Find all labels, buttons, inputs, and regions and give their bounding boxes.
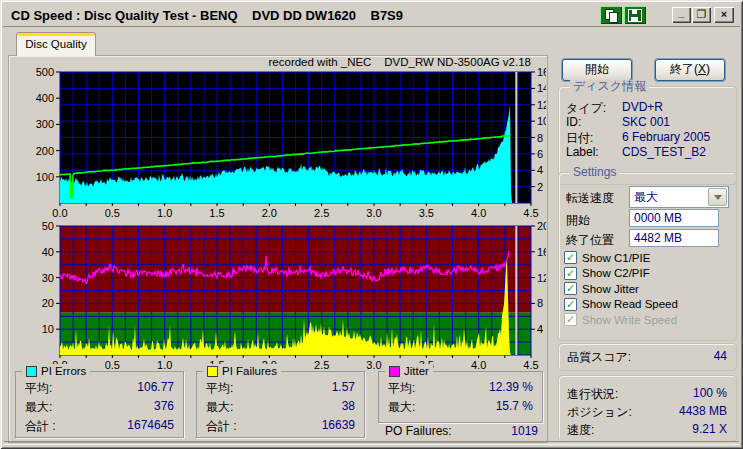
stop-mnemonic: X xyxy=(698,62,706,76)
end-position-input[interactable]: 4482 MB xyxy=(629,229,719,247)
transfer-speed-label: 転送速度 xyxy=(566,190,614,207)
stop-label-end: ) xyxy=(706,62,710,76)
po-failures-row: PO Failures: 1019 xyxy=(378,424,541,439)
pi-failures-jitter-chart: 1020304050481216200.00.51.01.52.02.53.03… xyxy=(24,218,546,370)
pi-errors-chart: 1002003004005002468101214160.00.51.01.52… xyxy=(24,58,546,220)
save-icon[interactable] xyxy=(624,6,646,24)
jitter-swatch xyxy=(389,366,400,377)
floppy-icon xyxy=(628,9,642,22)
progress-value: 100 % xyxy=(693,386,727,400)
settings-caption: Settings xyxy=(570,166,619,179)
avg-label: 平均: xyxy=(25,380,52,397)
svg-text:10: 10 xyxy=(42,323,54,335)
checkbox-show-write-speed: ✓Show Write Speed xyxy=(564,312,734,328)
svg-text:12: 12 xyxy=(537,99,546,111)
pi-failures-legend-box: PI Failures 平均:1.57 最大:38 合計 :16639 xyxy=(196,371,365,438)
transfer-speed-select[interactable]: 最大 xyxy=(629,186,729,208)
max-label: 最大: xyxy=(25,399,52,416)
avg-label: 平均: xyxy=(206,380,233,397)
checkbox-show-c2-pif[interactable]: ✓Show C2/PIF xyxy=(564,266,734,282)
total-label: 合計 : xyxy=(206,418,237,435)
checkbox-show-read-speed[interactable]: ✓Show Read Speed xyxy=(564,297,734,313)
svg-text:4: 4 xyxy=(537,323,543,335)
total-value: 16639 xyxy=(322,418,355,432)
svg-text:14: 14 xyxy=(537,82,546,94)
max-value: 38 xyxy=(342,399,355,413)
checkbox-icon[interactable]: ✓ xyxy=(564,267,577,280)
maximize-icon: ❐ xyxy=(692,7,711,21)
divider xyxy=(4,441,739,445)
svg-text:10: 10 xyxy=(537,115,546,127)
position-value: 4438 MB xyxy=(679,404,727,418)
jitter-title: Jitter xyxy=(404,365,429,377)
svg-text:400: 400 xyxy=(36,92,54,104)
checkbox-icon[interactable]: ✓ xyxy=(564,251,577,264)
svg-text:0.5: 0.5 xyxy=(105,359,120,370)
svg-text:8: 8 xyxy=(537,297,543,309)
position-label: ポジション: xyxy=(567,404,632,421)
jitter-legend-box: Jitter 平均:12.39 % 最大:15.7 % xyxy=(378,371,543,423)
total-label: 合計 : xyxy=(25,418,56,435)
svg-text:20: 20 xyxy=(537,220,546,232)
max-label: 最大: xyxy=(388,399,415,416)
svg-text:16: 16 xyxy=(537,246,546,258)
start-position-input[interactable]: 0000 MB xyxy=(629,209,719,227)
svg-text:300: 300 xyxy=(36,118,54,130)
date-value: 6 February 2005 xyxy=(622,130,710,144)
svg-text:40: 40 xyxy=(42,246,54,258)
svg-text:3.0: 3.0 xyxy=(366,359,381,370)
speed-value: 9.21 X xyxy=(692,422,727,436)
transfer-speed-value: 最大 xyxy=(634,189,658,206)
start-position-label: 開始 xyxy=(566,212,590,229)
svg-text:4: 4 xyxy=(537,164,543,176)
checkbox-label: Show C1/PIE xyxy=(582,252,650,264)
disc-info-caption: ディスク情報 xyxy=(570,80,649,93)
svg-text:1.0: 1.0 xyxy=(157,359,172,370)
checkbox-icon: ✓ xyxy=(564,313,577,326)
svg-text:2.5: 2.5 xyxy=(314,359,329,370)
checkbox-show-jitter[interactable]: ✓Show Jitter xyxy=(564,281,734,297)
progress-label: 進行状況: xyxy=(567,386,618,403)
maximize-button[interactable]: ❐ xyxy=(692,7,711,23)
total-value: 1674645 xyxy=(127,418,174,432)
pi-failures-swatch xyxy=(207,366,218,377)
window-title: CD Speed : Disc Quality Test - BENQ DVD … xyxy=(11,8,403,23)
avg-value: 12.39 % xyxy=(489,380,533,394)
checkbox-label: Show Write Speed xyxy=(582,314,677,326)
speed-label: 速度: xyxy=(567,422,594,439)
checkbox-show-c1-pie[interactable]: ✓Show C1/PIE xyxy=(564,250,734,266)
cd-speed-window: { "window": { "title": "CD Speed : Disc … xyxy=(0,0,743,449)
checkbox-label: Show Read Speed xyxy=(582,298,678,310)
page-icon xyxy=(609,12,618,23)
svg-text:200: 200 xyxy=(36,145,54,157)
stop-button[interactable]: 終了(X) xyxy=(655,59,725,81)
label-label: Label: xyxy=(566,145,599,159)
chevron-down-icon[interactable] xyxy=(708,188,727,206)
close-button[interactable]: × xyxy=(714,7,734,23)
svg-text:500: 500 xyxy=(36,66,54,78)
checkbox-label: Show Jitter xyxy=(582,283,639,295)
pi-errors-legend-box: PI Errors 平均:106.77 最大:376 合計 :1674645 xyxy=(15,371,184,438)
pi-errors-title: PI Errors xyxy=(41,365,86,377)
po-failures-value: 1019 xyxy=(511,424,538,438)
label-value: CDS_TEST_B2 xyxy=(622,145,706,159)
copy-to-clipboard-icon[interactable] xyxy=(600,6,622,24)
close-icon: × xyxy=(714,7,734,21)
pi-errors-swatch xyxy=(26,366,37,377)
stop-label: 終了( xyxy=(670,62,698,76)
progress-box: 進行状況:100 % ポジション:4438 MB 速度:9.21 X xyxy=(558,375,737,442)
svg-text:20: 20 xyxy=(42,297,54,309)
minimize-icon: _ xyxy=(672,7,691,17)
tab-disc-quality[interactable]: Disc Quality xyxy=(16,32,96,56)
svg-text:16: 16 xyxy=(537,66,546,78)
svg-text:50: 50 xyxy=(42,220,54,232)
avg-label: 平均: xyxy=(388,380,415,397)
avg-value: 106.77 xyxy=(137,380,174,394)
minimize-button[interactable]: _ xyxy=(672,7,691,23)
avg-value: 1.57 xyxy=(332,380,355,394)
start-button[interactable]: 開始 xyxy=(562,59,632,81)
svg-text:4.5: 4.5 xyxy=(523,359,538,370)
checkbox-icon[interactable]: ✓ xyxy=(564,298,577,311)
checkbox-icon[interactable]: ✓ xyxy=(564,282,577,295)
max-value: 376 xyxy=(154,399,174,413)
